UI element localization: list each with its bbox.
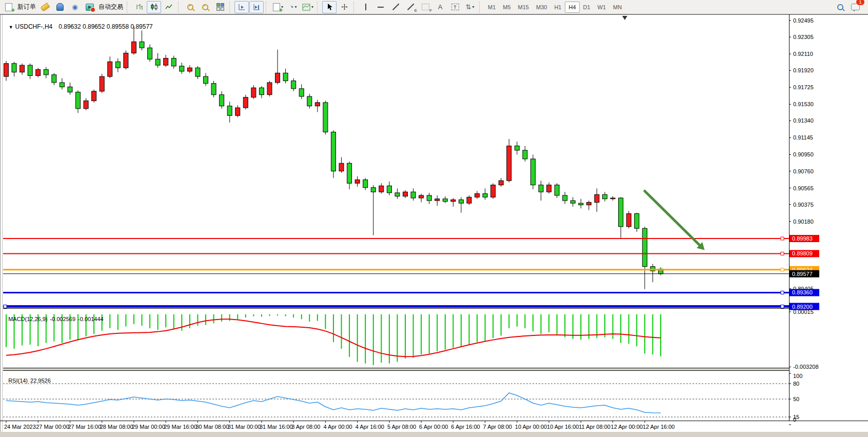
collapse-triangle-icon[interactable]: ▼	[9, 25, 13, 30]
candle-down	[68, 87, 72, 92]
notifications-button[interactable]: 1	[848, 1, 862, 13]
line-chart-icon	[165, 3, 173, 11]
search-button[interactable]	[833, 1, 847, 13]
tile-windows-button[interactable]	[213, 1, 227, 13]
candle-down	[570, 201, 575, 203]
chart-shift-button[interactable]	[249, 1, 264, 13]
line-chart-button[interactable]	[162, 1, 176, 13]
candle-down	[323, 103, 328, 132]
chevron-down-icon[interactable]: ▾	[295, 5, 297, 9]
auto-scroll-button[interactable]	[234, 1, 249, 13]
price-tick-label: 0.90180	[793, 218, 814, 225]
line-handle[interactable]	[4, 305, 7, 308]
expert-advisor-button[interactable]	[53, 1, 67, 13]
periods-button[interactable]: ◔ ▾	[286, 1, 300, 13]
timeframe-M30[interactable]: M30	[532, 2, 550, 13]
candle-down	[259, 88, 264, 95]
tile-cell	[221, 7, 224, 11]
plus-sign: +	[188, 3, 191, 8]
channel-tool-button[interactable]: E	[403, 1, 418, 13]
rsi-scale-label: 50	[793, 396, 799, 402]
timeframe-H4[interactable]: H4	[565, 2, 579, 13]
line-handle[interactable]	[781, 237, 784, 240]
candle-down	[523, 150, 527, 159]
time-tick-label: 4 Apr 16:00	[356, 424, 384, 430]
timeframe-H1[interactable]: H1	[550, 2, 565, 13]
timeframe-MN[interactable]: MN	[609, 2, 625, 13]
templates-button[interactable]: ▾	[301, 1, 315, 13]
text-tool-icon: A	[438, 3, 443, 11]
crosshair-icon	[341, 3, 348, 11]
candle-down	[283, 73, 288, 81]
candle-down	[603, 194, 607, 198]
crayon-button[interactable]	[38, 1, 52, 13]
candlestick-chart-icon	[150, 3, 158, 11]
candle-down	[371, 188, 376, 192]
signals-button[interactable]: ◉	[68, 1, 82, 13]
chart-symbol-title: USDCHF-,H4	[15, 23, 53, 30]
time-tick-label: 30 Mar 08:00	[195, 424, 229, 430]
candle-up	[491, 185, 496, 197]
magnifier-handle	[842, 8, 845, 11]
arrows-tool-button[interactable]: ⇅ ▾	[463, 1, 477, 13]
channel-letter: E	[415, 8, 417, 13]
autotrading-label[interactable]: 自动交易	[98, 3, 123, 11]
fibonacci-tool-button[interactable]: F	[418, 1, 432, 13]
time-tick-label: 3 Apr 08:00	[291, 424, 320, 430]
chevron-down-icon[interactable]: ▾	[472, 5, 474, 9]
candle-down	[28, 65, 32, 75]
timeframe-D1[interactable]: D1	[580, 2, 594, 13]
candle-up	[4, 64, 9, 76]
price-tick-label: 0.91530	[793, 101, 814, 107]
chart-shift-icon	[253, 3, 261, 11]
time-tick-label: 10 Apr 00:00	[515, 424, 547, 430]
price-tick-label: 0.92495	[793, 17, 814, 24]
chart-canvas[interactable]: 0.924950.923050.921100.919200.917250.915…	[0, 0, 868, 437]
zoom-out-icon: −	[202, 4, 208, 10]
chevron-down-icon[interactable]: ▾	[311, 5, 313, 9]
candle-down	[347, 163, 352, 183]
vertical-line-tool-button[interactable]	[359, 1, 373, 13]
candle-up	[251, 88, 256, 97]
candle-up	[315, 103, 320, 106]
timeframe-M1[interactable]: M1	[484, 2, 499, 13]
label-tool-icon: T	[451, 4, 459, 10]
line-handle[interactable]	[781, 252, 784, 255]
autotrading-status-dot	[90, 7, 95, 12]
line-handle[interactable]	[781, 291, 784, 294]
text-tool-button[interactable]: A	[433, 1, 447, 13]
bar-chart-button[interactable]	[132, 1, 146, 13]
candle-up	[595, 194, 599, 202]
time-tick-label: 29 Mar 00:00	[132, 424, 165, 430]
horizontal-line-tool-button[interactable]	[373, 1, 388, 13]
candlestick-chart-button[interactable]	[147, 1, 161, 13]
zoom-in-button[interactable]: +	[183, 1, 198, 13]
candle-down	[180, 66, 184, 71]
zoom-in-icon: +	[187, 4, 193, 10]
autotrading-button[interactable]: ▶	[83, 1, 97, 13]
crosshair-button[interactable]	[337, 1, 351, 13]
trendline-tool-button[interactable]	[388, 1, 403, 13]
candle-down	[459, 200, 463, 203]
indicators-button[interactable]: + ▾	[271, 1, 285, 13]
timeframe-M5[interactable]: M5	[499, 2, 514, 13]
timeframe-M15[interactable]: M15	[515, 2, 532, 13]
line-handle[interactable]	[781, 305, 784, 308]
candle-up	[626, 213, 631, 226]
cursor-button[interactable]	[322, 1, 337, 13]
time-tick-label: 6 Apr 00:00	[419, 424, 448, 430]
chart-title-bar[interactable]: ▼USDCHF-,H40.89632 0.89652 0.89558 0.895…	[5, 16, 153, 30]
candle-down	[515, 146, 519, 150]
label-tool-button[interactable]: T	[448, 1, 462, 13]
expert-advisor-icon	[56, 3, 64, 11]
candle-down	[555, 185, 559, 195]
zoom-out-button[interactable]: −	[198, 1, 212, 13]
macd-rsi-splitter[interactable]	[3, 368, 789, 370]
new-order-button[interactable]: +	[2, 1, 16, 13]
line-handle[interactable]	[781, 268, 784, 271]
candle-down	[76, 92, 81, 109]
candle-down	[539, 185, 543, 192]
new-order-label[interactable]: 新订单	[17, 3, 36, 11]
timeframe-W1[interactable]: W1	[594, 2, 610, 13]
price-tick-label: 0.91725	[793, 84, 814, 90]
